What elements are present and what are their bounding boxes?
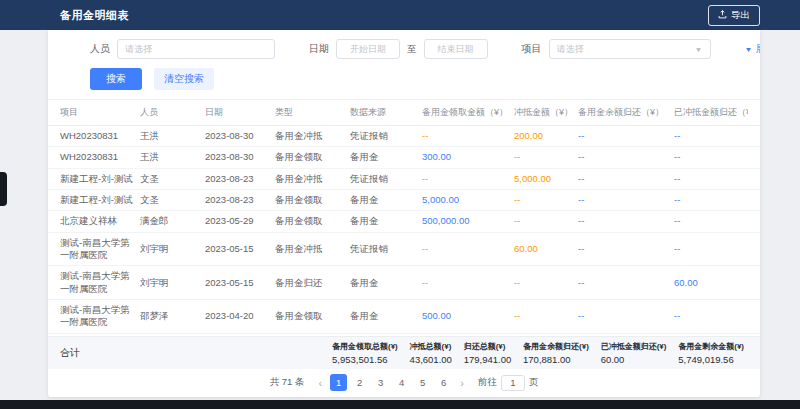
cell-type: 备用金领取 — [275, 190, 350, 210]
column-header-4: 数据来源 — [350, 100, 422, 125]
cell-type: 备用金归还 — [275, 273, 350, 293]
table-row: 新建工程-刘-测试文圣2023-08-23备用金冲抵凭证报销--5,000.00… — [48, 169, 760, 190]
page-button-2[interactable]: 2 — [351, 374, 368, 391]
cell-amount: -- — [514, 273, 578, 293]
date-filter: 日期 至 — [309, 39, 488, 59]
page-button-4[interactable]: 4 — [393, 374, 410, 391]
cell-amount: -- — [578, 273, 674, 293]
cell-project: WH20230831 — [60, 147, 140, 167]
summary-stat-4: 已冲抵金额归还(¥)60.00 — [601, 341, 667, 365]
end-date-input[interactable] — [424, 39, 488, 59]
date-filter-label: 日期 — [309, 42, 329, 56]
cell-person: 满金郎 — [140, 211, 205, 231]
summary-stat-value: 179,941.00 — [464, 354, 512, 365]
table-row: 测试-南昌大学第一附属医院刘宇明2023-05-15备用金冲抵凭证报销--60.… — [48, 233, 760, 267]
cell-amount: -- — [422, 239, 514, 259]
summary-total-label: 合计 — [60, 346, 332, 360]
goto-suffix-label: 页 — [529, 376, 539, 389]
cell-source: 备用金 — [350, 190, 422, 210]
table-header-row: 项目人员日期类型数据来源备用金领取金额（¥）冲抵金额（¥）备用金余额归还（¥）已… — [48, 99, 760, 126]
cell-amount: -- — [674, 147, 748, 167]
cell-project: 新建工程-刘-测试 — [60, 169, 140, 189]
summary-stat-label: 备用金余额归还(¥) — [523, 341, 589, 352]
cell-project: 测试-南昌大学第一附属医院 — [60, 233, 140, 266]
cell-amount: -- — [578, 306, 674, 326]
clear-search-button[interactable]: 清空搜索 — [154, 68, 214, 90]
cell-source: 备用金 — [350, 147, 422, 167]
cell-amount: -- — [422, 273, 514, 293]
person-select-input[interactable] — [117, 39, 275, 59]
column-header-6: 冲抵金额（¥） — [514, 100, 578, 125]
cell-type: 备用金冲抵 — [275, 126, 350, 146]
cell-amount: -- — [578, 211, 674, 231]
cell-amount: -- — [674, 211, 748, 231]
cell-amount: -- — [578, 239, 674, 259]
expand-filters-link[interactable]: ▼ 展开筛选 — [745, 42, 761, 56]
cell-amount: -- — [674, 239, 748, 259]
summary-stat-2: 归还总额(¥)179,941.00 — [464, 341, 512, 365]
cell-amount: -- — [422, 169, 514, 189]
export-button[interactable]: 导出 — [708, 5, 760, 26]
summary-stat-label: 已冲抵金额归还(¥) — [601, 341, 667, 352]
prev-page-icon[interactable]: ‹ — [317, 375, 325, 391]
cell-source: 凭证报销 — [350, 169, 422, 189]
cell-person: 文圣 — [140, 169, 205, 189]
cell-amount: -- — [514, 147, 578, 167]
summary-stat-label: 备用金剩余金额(¥) — [678, 341, 744, 352]
start-date-input[interactable] — [336, 39, 400, 59]
next-page-icon[interactable]: › — [458, 375, 466, 391]
cell-project: 新建工程-刘-测试 — [60, 190, 140, 210]
date-range-separator: 至 — [407, 43, 417, 56]
chevron-down-icon: ▼ — [695, 45, 703, 52]
cell-type: 备用金冲抵 — [275, 169, 350, 189]
cell-amount: 5,000.00 — [422, 190, 514, 210]
column-header-5: 备用金领取金额（¥） — [422, 100, 514, 125]
cell-source: 备用金 — [350, 273, 422, 293]
cell-amount: -- — [514, 190, 578, 210]
summary-stats: 备用金领取总额(¥)5,953,501.56冲抵总额(¥)43,601.00归还… — [332, 341, 748, 365]
table-row: 测试-南昌大学第一附属医院邵梦泽2023-04-20备用金领取备用金500.00… — [48, 300, 760, 334]
cell-project: 测试-南昌大学第一附属医院 — [60, 300, 140, 333]
sidebar-collapse-handle[interactable] — [0, 172, 7, 206]
summary-stat-value: 60.00 — [601, 354, 667, 365]
person-filter-label: 人员 — [90, 42, 110, 56]
cell-type: 备用金领取 — [275, 211, 350, 231]
cell-date: 2023-05-29 — [205, 211, 275, 231]
table-row: 北京建义祥林满金郎2023-05-29备用金领取备用金500,000.00---… — [48, 211, 760, 232]
page-title: 备用金明细表 — [60, 8, 129, 23]
summary-stat-1: 冲抵总额(¥)43,601.00 — [410, 341, 452, 365]
cell-date: 2023-05-15 — [205, 273, 275, 293]
chevron-down-icon: ▼ — [745, 45, 753, 53]
cell-date: 2023-04-20 — [205, 306, 275, 326]
top-header-bar: 备用金明细表 导出 — [0, 0, 800, 30]
summary-stat-value: 5,749,019.56 — [678, 354, 744, 365]
cell-source: 凭证报销 — [350, 239, 422, 259]
cell-amount: 500,000.00 — [422, 211, 514, 231]
column-header-3: 类型 — [275, 100, 350, 125]
page-button-1[interactable]: 1 — [330, 374, 347, 391]
cell-date: 2023-08-30 — [205, 126, 275, 146]
summary-stat-value: 170,881.00 — [523, 354, 589, 365]
project-select[interactable]: 请选择 ▼ — [549, 39, 711, 59]
cell-person: 王洪 — [140, 126, 205, 146]
page-button-5[interactable]: 5 — [414, 374, 431, 391]
search-button[interactable]: 搜索 — [90, 68, 142, 90]
page-button-3[interactable]: 3 — [372, 374, 389, 391]
cell-source: 备用金 — [350, 211, 422, 231]
cell-amount: 60.00 — [514, 239, 578, 259]
cell-amount: -- — [674, 190, 748, 210]
summary-stat-label: 归还总额(¥) — [464, 341, 512, 352]
page-button-6[interactable]: 6 — [435, 374, 452, 391]
column-header-2: 日期 — [205, 100, 275, 125]
bottom-dark-strip — [0, 400, 800, 409]
cell-amount: 60.00 — [674, 273, 748, 293]
cell-source: 备用金 — [350, 306, 422, 326]
summary-stat-label: 备用金领取总额(¥) — [332, 341, 398, 352]
cell-amount: -- — [514, 211, 578, 231]
filter-bar: 人员 日期 至 项目 请选择 ▼ ▼ 展开筛选 — [48, 30, 760, 59]
action-button-row: 搜索 清空搜索 — [48, 59, 760, 99]
cell-date: 2023-08-30 — [205, 147, 275, 167]
cell-person: 刘宇明 — [140, 239, 205, 259]
goto-page-input[interactable] — [501, 375, 525, 391]
project-filter: 项目 请选择 ▼ — [522, 39, 711, 59]
